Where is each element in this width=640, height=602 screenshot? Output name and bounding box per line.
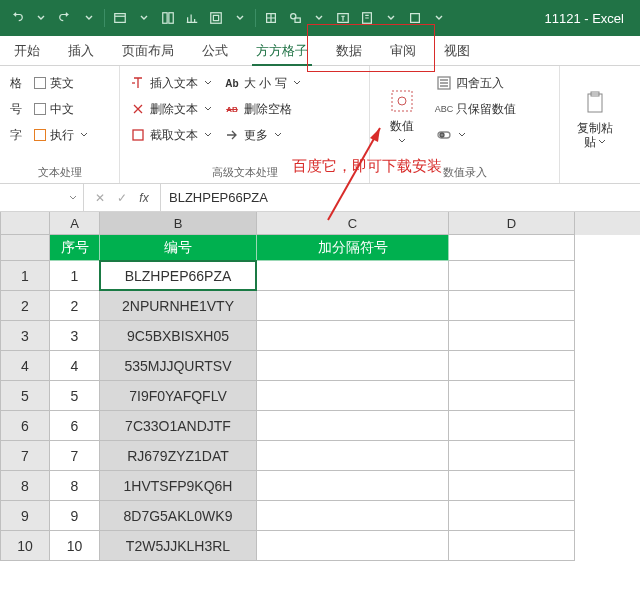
btn-trim-space[interactable]: AB删除空格 xyxy=(222,98,303,120)
dropdown-icon[interactable] xyxy=(133,7,155,29)
cell[interactable]: 535MJJQURTSV xyxy=(100,351,257,381)
dropdown-icon[interactable] xyxy=(428,7,450,29)
qat-icon[interactable] xyxy=(109,7,131,29)
row-header[interactable]: 9 xyxy=(0,501,50,531)
btn-more[interactable]: 更多 xyxy=(222,124,303,146)
col-header[interactable]: D xyxy=(449,212,575,235)
tab-data[interactable]: 数据 xyxy=(322,36,376,65)
cell[interactable] xyxy=(449,381,575,411)
cell[interactable] xyxy=(257,441,449,471)
header-cell[interactable]: 编号 xyxy=(100,235,257,261)
chk-english[interactable]: 英文 xyxy=(32,72,90,94)
qat-icon[interactable] xyxy=(356,7,378,29)
dropdown-icon[interactable] xyxy=(308,7,330,29)
btn-round[interactable]: 四舍五入 xyxy=(434,72,518,94)
opt-format[interactable]: 格 xyxy=(8,72,24,94)
name-box[interactable] xyxy=(0,184,84,211)
btn-execute[interactable]: 执行 xyxy=(32,124,90,146)
cell[interactable] xyxy=(257,321,449,351)
cancel-icon[interactable]: ✕ xyxy=(92,191,108,205)
cell[interactable]: 9 xyxy=(50,501,100,531)
text-box-icon[interactable] xyxy=(332,7,354,29)
cell[interactable] xyxy=(257,501,449,531)
cell[interactable]: 8 xyxy=(50,471,100,501)
cell[interactable] xyxy=(449,531,575,561)
opt-char[interactable]: 字 xyxy=(8,124,24,146)
cell[interactable]: 1 xyxy=(50,261,100,291)
cell[interactable] xyxy=(449,291,575,321)
tab-layout[interactable]: 页面布局 xyxy=(108,36,188,65)
dropdown-icon[interactable] xyxy=(78,7,100,29)
chk-chinese[interactable]: 中文 xyxy=(32,98,90,120)
row-header[interactable]: 10 xyxy=(0,531,50,561)
cell[interactable]: 6 xyxy=(50,411,100,441)
cell[interactable]: 2NPURNHE1VTY xyxy=(100,291,257,321)
row-header[interactable]: 1 xyxy=(0,261,50,291)
row-header[interactable]: 6 xyxy=(0,411,50,441)
opt-number[interactable]: 号 xyxy=(8,98,24,120)
fx-icon[interactable]: fx xyxy=(136,191,152,205)
row-header[interactable]: 3 xyxy=(0,321,50,351)
cell[interactable] xyxy=(449,501,575,531)
select-all-corner[interactable] xyxy=(0,212,50,235)
cell[interactable] xyxy=(257,381,449,411)
qat-icon[interactable] xyxy=(157,7,179,29)
cell[interactable]: 3 xyxy=(50,321,100,351)
cell[interactable] xyxy=(449,351,575,381)
cell[interactable]: 4 xyxy=(50,351,100,381)
dropdown-icon[interactable] xyxy=(229,7,251,29)
cell[interactable]: 9C5BXBISXH05 xyxy=(100,321,257,351)
cell[interactable] xyxy=(449,441,575,471)
cell[interactable] xyxy=(257,351,449,381)
cell[interactable] xyxy=(449,321,575,351)
qat-icon[interactable] xyxy=(260,7,282,29)
cell[interactable] xyxy=(257,471,449,501)
tab-formula[interactable]: 公式 xyxy=(188,36,242,65)
cell[interactable] xyxy=(449,261,575,291)
cell[interactable]: 2 xyxy=(50,291,100,321)
cell[interactable]: 10 xyxy=(50,531,100,561)
row-header[interactable] xyxy=(0,235,50,261)
cell[interactable] xyxy=(257,261,449,291)
row-header[interactable]: 5 xyxy=(0,381,50,411)
btn-numeric[interactable]: 数值 xyxy=(378,72,426,161)
qat-icon[interactable] xyxy=(404,7,426,29)
qat-icon[interactable] xyxy=(205,7,227,29)
btn-copy-paste[interactable]: 复制粘贴 xyxy=(571,72,619,164)
cell[interactable]: 7I9F0YAFQFLV xyxy=(100,381,257,411)
formula-input[interactable]: BLZHPEP66PZA xyxy=(161,190,640,205)
cell[interactable]: 7 xyxy=(50,441,100,471)
chart-icon[interactable] xyxy=(181,7,203,29)
undo-button[interactable] xyxy=(6,7,28,29)
col-header[interactable]: B xyxy=(100,212,257,235)
tab-fanfan[interactable]: 方方格子 xyxy=(242,36,322,65)
cell[interactable] xyxy=(449,471,575,501)
btn-insert-text[interactable]: 插入文本 xyxy=(128,72,214,94)
shapes-icon[interactable] xyxy=(284,7,306,29)
cell[interactable]: T2W5JJKLH3RL xyxy=(100,531,257,561)
dropdown-icon[interactable] xyxy=(380,7,402,29)
col-header[interactable]: C xyxy=(257,212,449,235)
cell[interactable]: 8D7G5AKL0WK9 xyxy=(100,501,257,531)
btn-keep-value[interactable]: ABC只保留数值 xyxy=(434,98,518,120)
row-header[interactable]: 2 xyxy=(0,291,50,321)
redo-button[interactable] xyxy=(54,7,76,29)
tab-home[interactable]: 开始 xyxy=(0,36,54,65)
btn-extract-text[interactable]: 截取文本 xyxy=(128,124,214,146)
cell[interactable] xyxy=(257,411,449,441)
tab-review[interactable]: 审阅 xyxy=(376,36,430,65)
btn-toggle[interactable] xyxy=(434,124,518,146)
row-header[interactable]: 7 xyxy=(0,441,50,471)
cell[interactable] xyxy=(257,291,449,321)
cell[interactable]: 7C33O1ANDJTF xyxy=(100,411,257,441)
cell[interactable]: BLZHPEP66PZA xyxy=(100,261,257,291)
accept-icon[interactable]: ✓ xyxy=(114,191,130,205)
btn-delete-text[interactable]: 删除文本 xyxy=(128,98,214,120)
btn-case[interactable]: Ab大 小 写 xyxy=(222,72,303,94)
cell[interactable] xyxy=(449,411,575,441)
row-header[interactable]: 8 xyxy=(0,471,50,501)
cell[interactable] xyxy=(257,531,449,561)
cell[interactable]: 5 xyxy=(50,381,100,411)
header-cell[interactable]: 序号 xyxy=(50,235,100,261)
dropdown-icon[interactable] xyxy=(30,7,52,29)
